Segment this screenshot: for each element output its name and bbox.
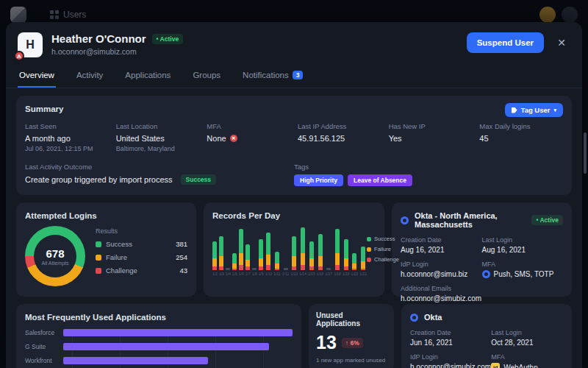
tab-applications[interactable]: Applications: [123, 63, 172, 88]
records-bar: [245, 244, 250, 270]
app-bar: [63, 357, 208, 364]
records-bar-segment-success: [275, 252, 279, 263]
field-mfa-methods: MFA idWebAuthn: [491, 353, 563, 368]
records-bar: [239, 229, 243, 270]
app-usage-row: Workfront: [25, 357, 293, 364]
field-tags: Tags High Priority Leave of Absence: [294, 163, 563, 186]
failure-swatch-icon: [96, 255, 101, 261]
user-email: h.oconnor@simubiz.com: [51, 47, 183, 56]
records-bar-column: 1/12: [282, 224, 290, 276]
tab-overview[interactable]: Overview: [18, 63, 56, 88]
suspend-user-button[interactable]: Suspend User: [467, 32, 544, 53]
records-bar-segment-success: [259, 239, 263, 258]
records-bar-segment-success: [352, 253, 356, 263]
tag-badge-leave-of-absence[interactable]: Leave of Absence: [348, 174, 412, 186]
records-bar-segment-challenge: [361, 269, 365, 270]
success-swatch-icon: [96, 241, 101, 247]
records-x-label: 1/5: [232, 272, 237, 276]
okta-icon: [410, 314, 418, 322]
records-bar-segment-challenge: [239, 265, 243, 270]
donut-subtitle: All Attempts: [42, 261, 69, 266]
records-bar: [259, 239, 263, 270]
field-last-activity-outcome: Last Activity Outcome Create group trigg…: [25, 163, 294, 186]
records-bar: [318, 234, 323, 270]
challenge-swatch-icon: [96, 268, 101, 274]
app-usage-row: Salesforce: [25, 329, 293, 336]
records-bar-column: 1/4: [226, 224, 231, 276]
unused-apps-count: 13: [316, 333, 337, 352]
records-bar-segment-success: [335, 229, 340, 252]
records-bar-segment-failure: [318, 256, 323, 266]
records-x-label: 1/16: [317, 272, 324, 276]
legend-row-challenge: Challenge 43: [96, 266, 187, 275]
records-bar-segment-challenge: [259, 266, 263, 270]
records-bar-column: 1/8: [252, 224, 257, 276]
avatar-letter: H: [26, 38, 35, 52]
unused-apps-note: 1 new app marked unused: [316, 357, 387, 364]
tag-user-button[interactable]: Tag User ▾: [505, 103, 563, 117]
app-usage-row: G Suite: [25, 343, 293, 350]
records-x-label: 1/18: [334, 272, 341, 276]
records-bar-column: 1/11: [273, 224, 280, 276]
records-bar-segment-success: [239, 229, 243, 252]
records-x-label: 1/21: [359, 272, 367, 276]
records-x-label: 1/13: [290, 272, 298, 276]
records-bar-column: 1/17: [325, 224, 332, 276]
records-bar: [335, 229, 340, 270]
vertical-scrollbar[interactable]: [584, 132, 587, 174]
notifications-count-badge: 3: [293, 71, 304, 79]
records-x-label: 1/2: [212, 272, 218, 276]
records-bar-column: 1/7: [245, 224, 251, 276]
app-bar: [63, 343, 269, 350]
unused-delta-badge: ↑ 6%: [342, 338, 363, 348]
failure-swatch-icon: [367, 247, 371, 252]
records-bar-column: 1/3: [219, 224, 224, 276]
okta-na-title: Okta - North America, Massachusetts: [415, 211, 526, 229]
field-additional-emails: Additional Emails h.oconnor@simubiz.com: [401, 285, 482, 302]
records-bar-segment-success: [292, 236, 296, 257]
chevron-down-icon: ▾: [553, 107, 556, 113]
close-button[interactable]: ✕: [553, 34, 570, 52]
records-x-label: 1/3: [219, 272, 224, 276]
records-bar-segment-challenge: [309, 266, 314, 270]
records-bar-segment-failure: [301, 253, 305, 265]
mfa-none-x-icon: ✕: [230, 135, 237, 142]
tab-notifications[interactable]: Notifications 3: [241, 63, 304, 88]
records-x-label: 1/20: [351, 272, 359, 276]
tab-activity[interactable]: Activity: [75, 63, 104, 88]
records-bar-segment-success: [245, 244, 250, 260]
app-label: Salesforce: [25, 329, 63, 336]
records-bar-column: 1/9: [259, 224, 264, 276]
field-idp-login: IdP Login h.oconnor@simubiz.com: [410, 353, 491, 368]
records-bar-segment-challenge: [266, 265, 270, 270]
tag-badge-high-priority[interactable]: High Priority: [294, 174, 343, 186]
records-x-label: 1/6: [239, 272, 244, 276]
field-last-location: Last Location United States Baltimore, M…: [116, 122, 200, 152]
field-idp-login: IdP Login h.oconnor@simu.biz: [401, 261, 482, 278]
tab-groups[interactable]: Groups: [191, 63, 222, 88]
attempted-logins-donut: 678 All Attempts: [25, 226, 85, 286]
unused-apps-card: Unused Applications 13 ↑ 6% 1 new app ma…: [309, 304, 394, 368]
records-bar-segment-challenge: [219, 266, 223, 270]
records-bar-segment-failure: [266, 255, 270, 265]
records-bar: [292, 236, 296, 270]
most-used-apps-title: Most Frequently Used Applications: [25, 313, 293, 322]
records-bar-column: 1/18: [334, 224, 341, 276]
records-bar-segment-failure: [245, 260, 250, 266]
attempted-logins-title: Attempted Logins: [25, 211, 187, 220]
status-badge: • Active: [152, 34, 184, 44]
records-bar-segment-failure: [232, 263, 237, 269]
records-bar: [266, 233, 270, 270]
records-x-label: 1/17: [325, 272, 332, 276]
records-bar-segment-failure: [259, 258, 263, 267]
records-bar-column: 1/16: [317, 224, 324, 276]
records-x-label: 1/9: [259, 272, 264, 276]
records-per-day-title: Records Per Day: [212, 211, 376, 220]
records-bar-segment-success: [361, 247, 365, 262]
records-x-label: 1/19: [343, 272, 350, 276]
app-bar-track: [63, 357, 293, 364]
app-usage-bars: SalesforceG SuiteWorkfrontDropbox Busine…: [25, 329, 293, 368]
summary-title: Summary: [25, 105, 563, 113]
attempted-logins-legend: Results Success 381 Failure 254: [96, 227, 187, 286]
donut-total: 678: [46, 247, 64, 260]
